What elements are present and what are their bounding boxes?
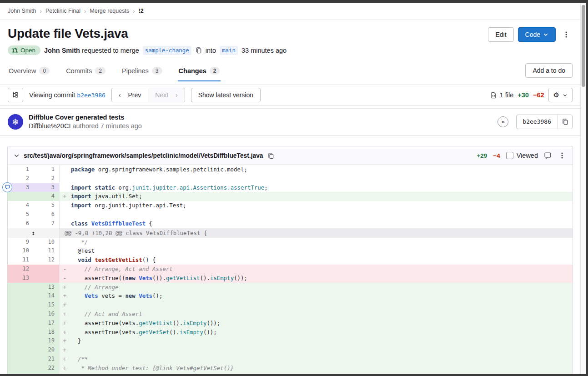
- new-line-number[interactable]: 13: [34, 283, 60, 292]
- diff-marker: [60, 246, 70, 256]
- viewed-toggle[interactable]: Viewed: [506, 152, 538, 159]
- new-line-number[interactable]: 23: [34, 373, 60, 374]
- old-line-number[interactable]: 11: [8, 256, 34, 265]
- tab-label: Changes: [179, 67, 206, 75]
- new-line-number[interactable]: 6: [34, 210, 60, 219]
- diff-line-row: 13- assertTrue((new Vets()).getVetList()…: [8, 274, 573, 283]
- breadcrumb-separator: ›: [133, 8, 135, 15]
- tab-changes[interactable]: Changes2: [178, 63, 221, 81]
- new-line-number[interactable]: 16: [34, 310, 60, 319]
- new-line-number[interactable]: 10: [34, 238, 60, 247]
- old-line-number[interactable]: [8, 319, 34, 328]
- diff-line-row: 14+ Vets vets = new Vets();: [8, 291, 573, 301]
- diff-hunk-row: ↕@@ -9,8 +10,28 @@ class VetsDiffblueTes…: [8, 228, 573, 238]
- old-line-number[interactable]: 1: [8, 165, 34, 174]
- new-line-number[interactable]: 15: [34, 301, 60, 310]
- old-line-number[interactable]: [8, 310, 34, 319]
- new-line-number[interactable]: 22: [34, 364, 60, 373]
- old-line-number[interactable]: [8, 355, 34, 364]
- diff-line-row: 22: [8, 174, 573, 183]
- new-line-number[interactable]: 18: [34, 328, 60, 337]
- scrollbar-thumb[interactable]: [582, 5, 585, 87]
- file-path[interactable]: src/test/java/org/springframework/sample…: [24, 152, 263, 159]
- new-line-number[interactable]: 19: [34, 336, 60, 346]
- new-line-number[interactable]: 1: [34, 165, 60, 174]
- target-branch-chip[interactable]: main: [220, 46, 238, 55]
- gitlab-merge-request-page: John Smith›Petclinic Final›Merge request…: [0, 3, 580, 374]
- old-line-number[interactable]: 4: [8, 201, 34, 210]
- tab-overview[interactable]: Overview0: [8, 63, 50, 81]
- new-line-number[interactable]: 14: [34, 291, 60, 301]
- old-line-number[interactable]: 13: [8, 274, 34, 283]
- old-line-number[interactable]: 6: [8, 219, 34, 228]
- old-line-number[interactable]: [8, 291, 34, 301]
- old-line-number[interactable]: [8, 336, 34, 346]
- expand-lines-button[interactable]: ↕: [8, 228, 60, 238]
- breadcrumb-item[interactable]: John Smith: [8, 8, 36, 14]
- old-line-number[interactable]: 2: [8, 174, 34, 183]
- code-button[interactable]: Code: [518, 27, 556, 42]
- diff-line-row: 45import org.junit.jupiter.api.Test;: [8, 201, 573, 210]
- file-options-button[interactable]: [558, 148, 567, 163]
- tab-pipelines[interactable]: Pipelines3: [121, 63, 163, 81]
- new-line-number[interactable]: 11: [34, 246, 60, 256]
- old-line-number[interactable]: [8, 364, 34, 373]
- old-line-number[interactable]: 9: [8, 238, 34, 247]
- tab-commits[interactable]: Commits2: [65, 63, 106, 81]
- page-scrollbar[interactable]: [580, 3, 586, 374]
- viewed-checkbox[interactable]: [506, 152, 513, 159]
- breadcrumb-item[interactable]: Merge requests: [90, 8, 129, 14]
- kebab-menu-button[interactable]: [560, 27, 573, 42]
- new-line-number[interactable]: 17: [34, 319, 60, 328]
- new-line-number[interactable]: 4: [34, 192, 60, 201]
- old-line-number[interactable]: [8, 328, 34, 337]
- old-line-number[interactable]: [8, 192, 34, 201]
- copy-commit-sha-button[interactable]: [557, 115, 572, 129]
- add-todo-button[interactable]: Add a to do: [525, 63, 573, 78]
- new-line-number[interactable]: 5: [34, 201, 60, 210]
- code-line: import static org.junit.jupiter.api.Asse…: [70, 183, 573, 192]
- copy-branch-button[interactable]: [195, 47, 202, 54]
- old-line-number[interactable]: [8, 373, 34, 374]
- code-line: [70, 301, 573, 310]
- diff-marker: +: [60, 291, 70, 301]
- diff-line-row: 56: [8, 210, 573, 219]
- breadcrumb-item[interactable]: Petclinic Final: [45, 8, 80, 14]
- new-line-number[interactable]: [34, 265, 60, 274]
- new-line-number[interactable]: 2: [34, 174, 60, 183]
- chevron-down-icon[interactable]: [14, 153, 20, 159]
- old-line-number[interactable]: 10: [8, 246, 34, 256]
- code-line: [70, 346, 573, 355]
- old-line-number[interactable]: [8, 346, 34, 355]
- comment-indicator-icon[interactable]: [2, 182, 12, 192]
- new-line-number[interactable]: 12: [34, 256, 60, 265]
- new-line-number[interactable]: 7: [34, 219, 60, 228]
- next-commit-jump-button[interactable]: »: [498, 116, 508, 127]
- new-line-number[interactable]: 20: [34, 346, 60, 355]
- edit-button[interactable]: Edit: [488, 27, 513, 42]
- breadcrumb-item[interactable]: !2: [139, 8, 144, 14]
- copy-file-path-button[interactable]: [267, 152, 274, 159]
- prev-commit-button[interactable]: ‹ Prev: [112, 88, 148, 102]
- diff-marker: +: [60, 301, 70, 310]
- diff-line-row: 1011 @Test: [8, 246, 573, 256]
- source-branch-chip[interactable]: sample-change: [143, 46, 191, 55]
- tab-label: Commits: [66, 67, 92, 75]
- new-line-number[interactable]: 21: [34, 355, 60, 364]
- old-line-number[interactable]: [8, 301, 34, 310]
- diff-settings-button[interactable]: ⚙: [548, 88, 573, 102]
- file-comment-button[interactable]: [544, 152, 552, 160]
- new-line-number[interactable]: 3: [34, 183, 60, 192]
- page-title: Update file Vets.java: [8, 26, 128, 41]
- file-browser-toggle-button[interactable]: [8, 88, 23, 102]
- diff-line-row: 20+: [8, 346, 573, 355]
- code-line: import java.util.Set;: [70, 192, 573, 201]
- old-line-number[interactable]: 5: [8, 210, 34, 219]
- new-line-number[interactable]: [34, 274, 60, 283]
- viewed-commit-sha-link[interactable]: b2ee3986: [77, 92, 106, 99]
- old-line-number[interactable]: [8, 283, 34, 292]
- show-latest-version-button[interactable]: Show latest version: [191, 88, 261, 102]
- code-line: [70, 210, 573, 219]
- next-commit-button[interactable]: Next ›: [148, 88, 184, 102]
- old-line-number[interactable]: 12: [8, 265, 34, 274]
